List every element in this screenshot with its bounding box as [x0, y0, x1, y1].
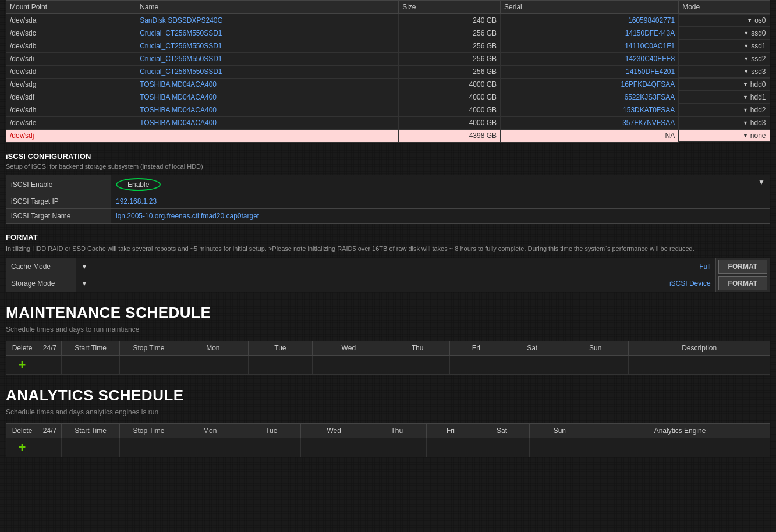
iscsi-config-table: iSCSI Enable Enable ▼ iSCSI Target IP 19… — [6, 175, 770, 224]
maintenance-title: MAINTENANCE SCHEDULE — [6, 304, 770, 322]
maint-col-header: Tue — [248, 341, 312, 356]
analytics-schedule-table: Delete24/7Start TimeStop TimeMonTueWedTh… — [6, 423, 770, 457]
disk-mode-value: none — [750, 132, 766, 140]
iscsi-target-name-label: iSCSI Target Name — [6, 208, 111, 223]
analytics-col-header: Sun — [529, 424, 590, 438]
maintenance-add-row: + — [6, 356, 770, 375]
disk-mode-arrow: ▼ — [743, 56, 749, 62]
analytics-col-header: Analytics Engine — [590, 424, 770, 438]
disk-serial: 16PFKD4QFSAA — [501, 78, 679, 91]
disk-size: 240 GB — [399, 14, 501, 27]
maint-col-header: Start Time — [62, 341, 120, 356]
disk-table-row: /dev/sdcCrucial_CT256M550SSD1256 GB14150… — [6, 27, 770, 40]
cache-mode-arrow: ▼ — [81, 263, 88, 271]
maintenance-schedule-table: Delete24/7Start TimeStop TimeMonTueWedTh… — [6, 341, 770, 375]
disk-mode-cell[interactable]: ▼hdd1 — [679, 91, 770, 104]
analytics-subtitle: Schedule times and days analytics engine… — [6, 408, 770, 416]
disk-mode-value: hdd0 — [750, 80, 766, 88]
disk-serial: 160598402771 — [501, 14, 679, 27]
cache-mode-row: Cache Mode ▼ Full FORMAT — [6, 258, 770, 275]
disk-size: 4000 GB — [399, 116, 501, 129]
disk-mode-cell[interactable]: ▼hdd0 — [679, 78, 770, 91]
storage-format-button[interactable]: FORMAT — [718, 276, 767, 290]
maint-col-header: Fri — [450, 341, 502, 356]
disk-mode-cell[interactable]: ▼ssd3 — [679, 65, 770, 78]
analytics-add-cell[interactable]: + — [6, 438, 38, 457]
disk-name: Crucial_CT256M550SSD1 — [136, 52, 399, 65]
disk-name: TOSHIBA MD04ACA400 — [136, 91, 399, 104]
iscsi-enable-cell[interactable]: Enable ▼ — [111, 175, 770, 194]
analytics-title: ANALYTICS SCHEDULE — [6, 386, 770, 405]
analytics-col-header: Stop Time — [120, 424, 178, 438]
disk-size: 256 GB — [399, 27, 501, 40]
maint-col-header: Mon — [178, 341, 249, 356]
maint-col-header: Description — [629, 341, 770, 356]
disk-serial: 14150DFE443A — [501, 27, 679, 40]
disk-name: Crucial_CT256M550SSD1 — [136, 40, 399, 52]
disk-mode-cell[interactable]: ▼ssd1 — [679, 40, 770, 52]
disk-serial: 153DKAT0FSAA — [501, 104, 679, 116]
cache-mode-value: Full — [265, 258, 715, 275]
analytics-col-header: Sat — [474, 424, 529, 438]
disk-name: Crucial_CT256M550SSD1 — [136, 65, 399, 78]
disk-mode-value: hdd2 — [750, 106, 766, 114]
disk-serial: NA — [501, 129, 679, 142]
maint-col-header: Sat — [502, 341, 562, 356]
iscsi-target-name-value[interactable]: iqn.2005-10.org.freenas.ctl:fmad20.cap0t… — [111, 208, 770, 223]
maint-col-header: Stop Time — [120, 341, 178, 356]
storage-mode-select-cell[interactable]: ▼ — [76, 275, 265, 292]
disk-mode-value: ssd0 — [751, 29, 766, 37]
maint-col-header: Thu — [385, 341, 450, 356]
disk-mount: /dev/sdc — [6, 27, 136, 40]
disk-mount: /dev/sdi — [6, 52, 136, 65]
analytics-add-button[interactable]: + — [19, 440, 26, 455]
iscsi-target-ip-value[interactable]: 192.168.1.23 — [111, 194, 770, 208]
disk-serial: 14150DFE4201 — [501, 65, 679, 78]
analytics-col-header: 24/7 — [38, 424, 62, 438]
disk-mount: /dev/sdg — [6, 78, 136, 91]
analytics-col-header: Tue — [242, 424, 301, 438]
disk-mode-cell[interactable]: ▼hdd2 — [679, 104, 770, 116]
disk-mode-cell[interactable]: ▼none — [679, 129, 770, 142]
disk-size: 256 GB — [399, 65, 501, 78]
disk-mode-arrow: ▼ — [743, 94, 748, 100]
disk-mode-cell[interactable]: ▼ssd0 — [679, 27, 770, 40]
cache-mode-select-cell[interactable]: ▼ — [76, 258, 265, 275]
disk-table-row: /dev/sdfTOSHIBA MD04ACA4004000 GB6522KJS… — [6, 91, 770, 104]
disk-mode-value: ssd2 — [751, 55, 766, 63]
disk-name — [136, 129, 399, 142]
disk-serial: 6522KJS3FSAA — [501, 91, 679, 104]
format-table: Cache Mode ▼ Full FORMAT Storage Mode ▼ … — [6, 258, 770, 292]
disk-size: 4000 GB — [399, 91, 501, 104]
cache-format-button[interactable]: FORMAT — [718, 260, 767, 274]
maint-col-header: 24/7 — [38, 341, 62, 356]
disk-table-row: /dev/sdeTOSHIBA MD04ACA4004000 GB357FK7N… — [6, 116, 770, 129]
maintenance-add-cell[interactable]: + — [6, 356, 38, 375]
maintenance-add-button[interactable]: + — [19, 357, 26, 372]
disk-mode-cell[interactable]: ▼hdd3 — [679, 116, 770, 129]
disk-name: SanDisk SDSSDXPS240G — [136, 14, 399, 27]
col-header-size: Size — [399, 1, 501, 14]
disk-name: TOSHIBA MD04ACA400 — [136, 104, 399, 116]
format-description: Initilizing HDD RAID or SSD Cache will t… — [6, 244, 770, 254]
iscsi-target-name-row: iSCSI Target Name iqn.2005-10.org.freena… — [6, 208, 770, 223]
maint-col-header: Delete — [6, 341, 38, 356]
storage-mode-row: Storage Mode ▼ iSCSI Device FORMAT — [6, 275, 770, 292]
disk-mode-arrow: ▼ — [743, 133, 748, 139]
disk-size: 4000 GB — [399, 78, 501, 91]
disk-name: TOSHIBA MD04ACA400 — [136, 78, 399, 91]
disk-size: 4398 GB — [399, 129, 501, 142]
disk-mode-value: ssd1 — [751, 42, 766, 50]
disk-mode-cell[interactable]: ▼ssd2 — [679, 52, 770, 65]
disk-serial: 14230C40EFE8 — [501, 52, 679, 65]
disk-mode-cell[interactable]: ▼os0 — [679, 14, 770, 27]
analytics-add-row: + — [6, 438, 770, 457]
disk-size: 4000 GB — [399, 104, 501, 116]
iscsi-enable-value: Enable — [116, 178, 161, 191]
iscsi-enable-arrow: ▼ — [758, 178, 765, 186]
col-header-serial: Serial — [501, 1, 679, 14]
cache-mode-label: Cache Mode — [6, 258, 76, 275]
analytics-col-header: Fri — [427, 424, 474, 438]
maintenance-subtitle: Schedule times and days to run maintianc… — [6, 325, 770, 334]
iscsi-enable-label: iSCSI Enable — [6, 175, 111, 194]
